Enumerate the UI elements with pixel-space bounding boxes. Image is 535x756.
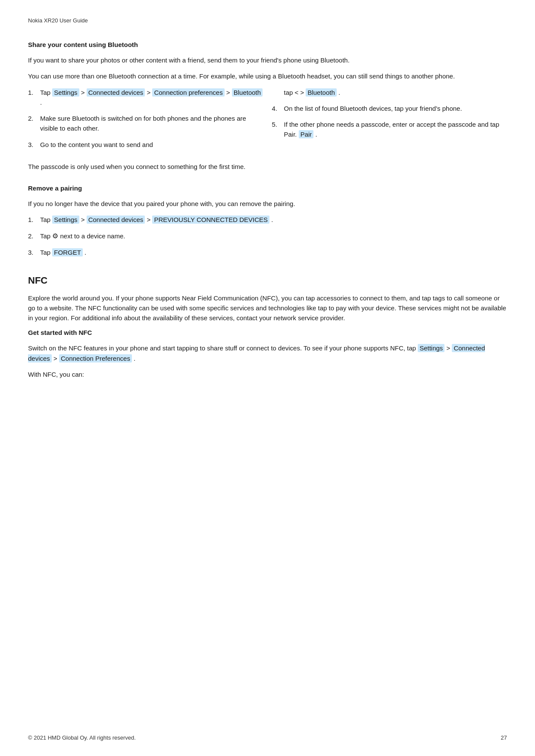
nfc-heading: NFC [28,275,507,286]
share-steps-right: tap < > Bluetooth . 4. On the list of fo… [272,87,507,156]
step-number-3b [272,87,284,97]
share-step-3b: tap < > Bluetooth . [272,87,507,97]
step-4-content: On the list of found Bluetooth devices, … [284,103,462,113]
gear-icon: ⚙ [52,231,58,242]
pair-highlight: Pair [299,130,314,138]
share-step-3: 3. Go to the content you want to send an… [28,140,263,150]
nfc-section: NFC Explore the world around you. If you… [28,275,507,380]
step-1-content: Tap Settings > Connected devices > Conne… [40,87,263,108]
connection-prefs-highlight-1: Connection preferences [152,88,224,97]
remove-step-3: 3. Tap FORGET . [28,247,507,257]
remove-step-3-content: Tap FORGET . [40,247,86,257]
step-number-1: 1. [28,87,40,108]
step-3b-content: tap < > Bluetooth . [284,87,341,97]
share-step-4: 4. On the list of found Bluetooth device… [272,103,507,113]
connection-prefs-highlight-nfc: Connection Preferences [59,354,132,362]
remove-step-number-3: 3. [28,247,40,257]
share-para1: If you want to share your photos or othe… [28,55,507,65]
remove-section: Remove a pairing If you no longer have t… [28,184,507,258]
remove-step-number-2: 2. [28,231,40,242]
settings-highlight-r1: Settings [52,216,79,224]
step-2-content: Make sure Bluetooth is switched on for b… [40,113,263,134]
connected-devices-highlight-r1: Connected devices [87,216,145,224]
share-steps-columns: 1. Tap Settings > Connected devices > Co… [28,87,507,156]
step-number-4: 4. [272,103,284,113]
remove-steps: 1. Tap Settings > Connected devices > PR… [28,215,507,257]
get-started-para1: Switch on the NFC features in your phone… [28,343,507,363]
bluetooth-highlight-1: Bluetooth [232,88,263,97]
share-steps-left: 1. Tap Settings > Connected devices > Co… [28,87,263,156]
header-title-text: Nokia XR20 User Guide [28,17,88,24]
step-number-3: 3. [28,140,40,150]
remove-step-1-content: Tap Settings > Connected devices > PREVI… [40,215,273,225]
share-heading: Share your content using Bluetooth [28,41,507,48]
share-step-1: 1. Tap Settings > Connected devices > Co… [28,87,263,108]
remove-step-number-1: 1. [28,215,40,225]
remove-heading: Remove a pairing [28,184,507,192]
step-3-content: Go to the content you want to send and [40,140,153,150]
step-number-5: 5. [272,119,284,140]
remove-step-1: 1. Tap Settings > Connected devices > PR… [28,215,507,225]
page-footer: © 2021 HMD Global Oy. All rights reserve… [28,734,507,741]
forget-highlight: FORGET [52,248,83,256]
step-5-content: If the other phone needs a passcode, ent… [284,119,507,140]
passcode-note: The passcode is only used when you conne… [28,162,507,172]
share-step-2: 2. Make sure Bluetooth is switched on fo… [28,113,263,134]
share-step-5: 5. If the other phone needs a passcode, … [272,119,507,140]
connected-devices-highlight-1: Connected devices [87,88,145,97]
settings-highlight-nfc: Settings [418,344,444,352]
bluetooth-highlight-2: Bluetooth [306,88,336,97]
document-header: Nokia XR20 User Guide [28,17,507,24]
nfc-para1: Explore the world around you. If your ph… [28,293,507,323]
get-started-nfc: Get started with NFC Switch on the NFC f… [28,329,507,379]
get-started-heading: Get started with NFC [28,329,507,336]
remove-step-2: 2. Tap ⚙ next to a device name. [28,231,507,242]
step-number-2: 2. [28,113,40,134]
remove-step-2-content: Tap ⚙ next to a device name. [40,231,125,242]
settings-highlight-1: Settings [52,88,79,97]
get-started-para2: With NFC, you can: [28,369,507,379]
share-section: Share your content using Bluetooth If yo… [28,41,507,172]
share-para2: You can use more than one Bluetooth conn… [28,71,507,81]
remove-para1: If you no longer have the device that yo… [28,199,507,209]
previously-connected-highlight: PREVIOUSLY CONNECTED DEVICES [152,216,269,224]
page-number: 27 [501,734,507,741]
copyright-text: © 2021 HMD Global Oy. All rights reserve… [28,734,136,741]
